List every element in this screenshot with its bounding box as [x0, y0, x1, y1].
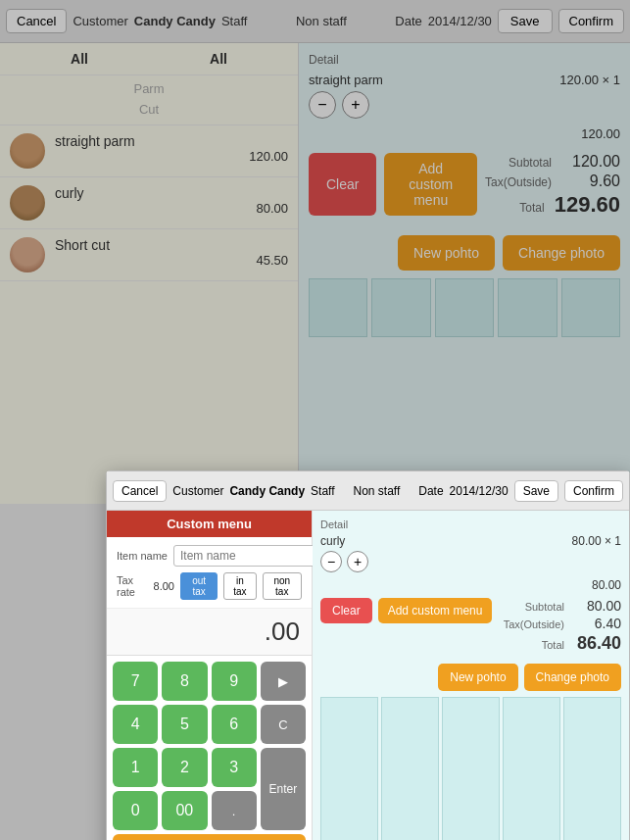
- modal-customer-label: Customer: [172, 484, 223, 498]
- modal-total-value: 86.40: [572, 633, 621, 654]
- modal-total-label: Total: [542, 639, 564, 651]
- modal-action-row: Clear Add custom menu: [320, 598, 492, 623]
- modal-subtotal-value: 80.00: [572, 598, 621, 614]
- custom-menu-form: Item name Tax rate 8.00 out tax in tax n…: [107, 537, 312, 609]
- modal-date-label: Date: [418, 484, 443, 498]
- calc-grid: 7 8 9 ▶ 4 5 6 C 1 2 3 Enter 0 00 . Close: [107, 656, 312, 840]
- non-tax-button[interactable]: non tax: [263, 572, 302, 600]
- modal-detail-label: Detail: [320, 519, 621, 530]
- calc-00[interactable]: 00: [162, 791, 207, 830]
- modal-photo-row: New pohto Change photo: [320, 664, 621, 691]
- calc-8[interactable]: 8: [162, 662, 207, 701]
- modal-cancel-button[interactable]: Cancel: [113, 480, 167, 502]
- modal-qty-controls: − +: [320, 551, 621, 572]
- calc-7[interactable]: 7: [113, 662, 158, 701]
- modal-header: Cancel Customer Candy Candy Staff Non st…: [107, 471, 629, 511]
- modal-subtotal-row: Subtotal 80.00: [504, 598, 621, 614]
- modal-date-value: 2014/12/30: [450, 484, 509, 498]
- modal-window: Cancel Customer Candy Candy Staff Non st…: [106, 470, 630, 840]
- modal-photo-cell-5: [563, 697, 621, 840]
- modal-photo-cell-1: [320, 697, 378, 840]
- modal-tax-row: Tax(Outside) 6.40: [504, 616, 621, 631]
- calc-0[interactable]: 0: [113, 791, 158, 830]
- modal-detail-item-name: curly: [320, 534, 345, 548]
- modal-qty-increase[interactable]: +: [347, 551, 368, 572]
- in-tax-button[interactable]: in tax: [223, 572, 256, 600]
- item-name-input[interactable]: [173, 545, 334, 567]
- modal-customer-name: Candy Candy: [229, 484, 305, 498]
- modal-save-button[interactable]: Save: [514, 480, 558, 502]
- custom-menu-bar: Custom menu: [107, 511, 312, 537]
- calc-4[interactable]: 4: [113, 705, 158, 744]
- modal-confirm-button[interactable]: Confirm: [564, 480, 623, 502]
- calc-arrow[interactable]: ▶: [261, 662, 306, 701]
- calc-clear[interactable]: C: [261, 705, 306, 744]
- modal-left: Custom menu Item name Tax rate 8.00 out …: [107, 511, 313, 840]
- modal-photo-cell-2: [381, 697, 439, 840]
- modal-add-custom-menu-button[interactable]: Add custom menu: [378, 598, 493, 623]
- modal-detail-item-row: curly 80.00 × 1: [320, 534, 621, 548]
- modal-photo-grid: [320, 697, 621, 840]
- modal-qty-decrease[interactable]: −: [320, 551, 342, 572]
- item-name-label: Item name: [117, 550, 168, 562]
- modal-right: Detail curly 80.00 × 1 − + 80.00 Clear A…: [313, 511, 629, 840]
- modal-subtotal-label: Subtotal: [525, 601, 564, 613]
- modal-tax-value: 6.40: [572, 616, 621, 631]
- modal-total-row: Total 86.40: [504, 633, 621, 654]
- modal-tax-label: Tax(Outside): [504, 618, 564, 630]
- calc-1[interactable]: 1: [113, 748, 158, 787]
- modal-body: Custom menu Item name Tax rate 8.00 out …: [107, 511, 629, 840]
- calc-2[interactable]: 2: [162, 748, 207, 787]
- calc-close[interactable]: Close: [113, 834, 306, 840]
- modal-subtotal-line: 80.00: [320, 578, 621, 592]
- out-tax-button[interactable]: out tax: [180, 572, 218, 600]
- tax-rate-value: 8.00: [154, 580, 174, 592]
- modal-photo-cell-4: [503, 697, 560, 840]
- item-name-row: Item name: [117, 545, 302, 567]
- modal-detail-item-qty: 80.00 × 1: [572, 534, 621, 548]
- tax-rate-row: Tax rate 8.00 out tax in tax non tax: [117, 572, 302, 600]
- calc-9[interactable]: 9: [212, 662, 257, 701]
- tax-rate-label: Tax rate: [117, 574, 148, 598]
- modal-change-photo-button[interactable]: Change photo: [524, 664, 621, 691]
- modal-totals-section: Subtotal 80.00 Tax(Outside) 6.40 Total 8…: [504, 598, 621, 656]
- calc-5[interactable]: 5: [162, 705, 207, 744]
- modal-photo-cell-3: [442, 697, 500, 840]
- modal-staff-label: Staff: [311, 484, 334, 498]
- modal-clear-button[interactable]: Clear: [320, 598, 372, 623]
- calc-3[interactable]: 3: [212, 748, 257, 787]
- modal-nonstaff-label: Non staff: [353, 484, 400, 498]
- calc-6[interactable]: 6: [212, 705, 257, 744]
- calc-dot[interactable]: .: [212, 791, 257, 830]
- modal-new-photo-button[interactable]: New pohto: [438, 664, 517, 691]
- calc-display: .00: [107, 609, 312, 656]
- calc-enter[interactable]: Enter: [261, 748, 306, 830]
